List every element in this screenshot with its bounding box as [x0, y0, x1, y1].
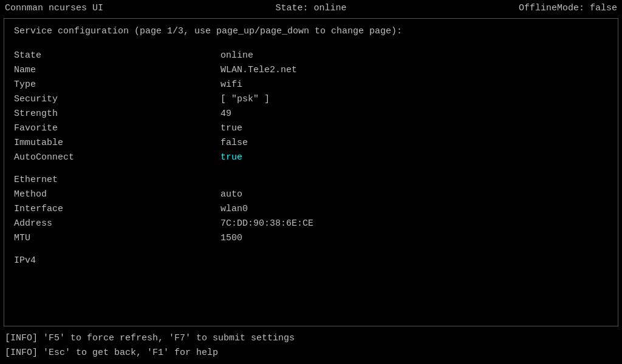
page-header: Service configuration (page 1/3, use pag… [14, 26, 608, 36]
field-row: Strength49 [14, 107, 608, 121]
offline-mode-value: false [590, 3, 617, 13]
ethernet-section-header: Ethernet [14, 175, 608, 185]
field-name: AutoConnect [14, 150, 220, 165]
field-name: Immutable [14, 136, 220, 150]
field-value: WLAN.Tele2.net [220, 63, 297, 78]
field-row: Stateonline [14, 49, 608, 63]
field-value: wifi [220, 78, 242, 92]
state-label: State: [275, 3, 308, 13]
info-line-1: [INFO] 'F5' to force refresh, 'F7' to su… [5, 331, 617, 346]
field-name: Address [14, 217, 220, 231]
field-row: Methodauto [14, 187, 608, 202]
info-line-2: [INFO] 'Esc' to get back, 'F1' for help [5, 346, 617, 360]
state-value: online [313, 3, 346, 13]
offline-mode-label: OfflineMode: [519, 3, 584, 13]
field-row: Favoritetrue [14, 121, 608, 136]
state-display: State: online [275, 3, 346, 13]
field-name: Method [14, 187, 220, 202]
field-name: MTU [14, 231, 220, 246]
field-value: 7C:DD:90:38:6E:CE [220, 217, 313, 231]
field-name: Favorite [14, 121, 220, 136]
field-value: true [220, 150, 242, 165]
app-name: Connman ncurses UI [5, 3, 103, 13]
field-name: Security [14, 92, 220, 107]
field-row: Immutablefalse [14, 136, 608, 150]
field-row: Address7C:DD:90:38:6E:CE [14, 217, 608, 231]
field-row: AutoConnecttrue [14, 150, 608, 165]
bottom-bar: [INFO] 'F5' to force refresh, 'F7' to su… [0, 329, 622, 363]
field-row: NameWLAN.Tele2.net [14, 63, 608, 78]
field-row: Typewifi [14, 78, 608, 92]
field-value: [ "psk" ] [220, 92, 270, 107]
field-value: wlan0 [220, 202, 248, 217]
field-row: Security[ "psk" ] [14, 92, 608, 107]
field-value: online [220, 49, 253, 63]
field-name: State [14, 49, 220, 63]
field-value: false [220, 136, 248, 150]
field-value: true [220, 121, 242, 136]
field-row: Interfacewlan0 [14, 202, 608, 217]
field-name: Name [14, 63, 220, 78]
field-value: 1500 [220, 231, 242, 246]
field-value: auto [220, 187, 242, 202]
offline-mode-display: OfflineMode: false [519, 3, 617, 13]
ipv4-section-header: IPv4 [14, 255, 608, 266]
field-value: 49 [220, 107, 231, 121]
field-name: Interface [14, 202, 220, 217]
field-name: Strength [14, 107, 220, 121]
field-row: MTU1500 [14, 231, 608, 246]
main-content: Service configuration (page 1/3, use pag… [4, 18, 618, 326]
field-name: Type [14, 78, 220, 92]
title-bar: Connman ncurses UI State: online Offline… [0, 0, 622, 16]
